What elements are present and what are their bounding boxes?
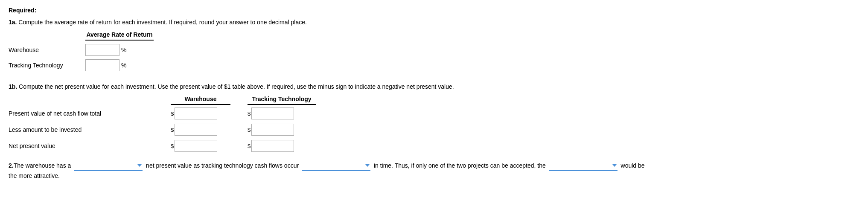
npv-pv-warehouse-cell: $ [171, 108, 230, 119]
npv-net-warehouse-cell: $ [171, 140, 230, 152]
npv-col-tracking-header: Tracking Technology [248, 96, 316, 105]
npv-header-row: Warehouse Tracking Technology [171, 96, 859, 105]
dropdown2-container[interactable]: earlier later evenly [302, 160, 370, 171]
section-2-bold: 2. [9, 160, 14, 171]
npv-pv-label: Present value of net cash flow total [9, 110, 171, 117]
npv-less-tracking-input[interactable] [251, 124, 294, 136]
section-2-text4: would be [621, 160, 645, 171]
tracking-percent: % [121, 62, 126, 69]
section-1a: 1a. Compute the average rate of return f… [9, 18, 859, 75]
dropdown2-select[interactable]: earlier later evenly [302, 160, 370, 171]
tracking-arr-input[interactable] [85, 59, 119, 71]
section-1a-label: 1a. Compute the average rate of return f… [9, 18, 859, 27]
section-2-text1: The warehouse has a [14, 160, 71, 171]
npv-less-tracking-dollar: $ [248, 127, 250, 133]
section-2-line1: 2. The warehouse has a higher lower equa… [9, 160, 859, 171]
npv-row-less: Less amount to be invested $ $ [9, 124, 859, 136]
npv-net-tracking-dollar: $ [248, 143, 250, 149]
npv-pv-tracking-input[interactable] [251, 108, 294, 119]
npv-pv-tracking-cell: $ [248, 108, 316, 119]
section-1b-text: Compute the net present value for each i… [17, 83, 454, 90]
npv-net-label: Net present value [9, 142, 171, 149]
required-label: Required: [9, 7, 859, 14]
section-2-line2: the more attractive. [9, 172, 859, 179]
npv-less-label: Less amount to be invested [9, 126, 171, 133]
warehouse-label: Warehouse [9, 46, 85, 53]
tracking-arr-row: Tracking Technology % [85, 59, 859, 71]
dropdown3-select[interactable]: warehouse tracking technology [549, 160, 618, 171]
warehouse-arr-row: Warehouse % [85, 44, 859, 56]
section-2-text2: net present value as tracking technology… [146, 160, 299, 171]
npv-pv-warehouse-input[interactable] [175, 108, 217, 119]
section-1b-bold: 1b. [9, 83, 17, 90]
section-1b: 1b. Compute the net present value for ea… [9, 82, 859, 152]
tracking-label: Tracking Technology [9, 62, 85, 69]
npv-row-net: Net present value $ $ [9, 140, 859, 152]
warehouse-arr-input[interactable] [85, 44, 119, 56]
npv-less-warehouse-dollar: $ [171, 127, 174, 133]
section-1a-text: Compute the average rate of return for e… [17, 19, 306, 26]
section-2-text3: in time. Thus, if only one of the two pr… [374, 160, 546, 171]
npv-less-tracking-cell: $ [248, 124, 316, 136]
section-2-text5: the more attractive. [9, 172, 60, 179]
section-1b-label: 1b. Compute the net present value for ea… [9, 82, 859, 91]
section-1a-bold: 1a. [9, 19, 17, 26]
npv-less-warehouse-input[interactable] [175, 124, 217, 136]
npv-net-warehouse-dollar: $ [171, 143, 174, 149]
npv-col-warehouse-header: Warehouse [171, 96, 230, 105]
warehouse-percent: % [121, 46, 126, 53]
dropdown3-container[interactable]: warehouse tracking technology [549, 160, 618, 171]
npv-less-warehouse-cell: $ [171, 124, 230, 136]
dropdown1-select[interactable]: higher lower equal [74, 160, 143, 171]
avg-rate-header: Average Rate of Return [85, 31, 154, 41]
npv-row-pv: Present value of net cash flow total $ $ [9, 108, 859, 119]
npv-net-tracking-cell: $ [248, 140, 316, 152]
npv-pv-warehouse-dollar: $ [171, 110, 174, 117]
dropdown1-container[interactable]: higher lower equal [74, 160, 143, 171]
npv-net-tracking-input[interactable] [251, 140, 294, 152]
npv-net-warehouse-input[interactable] [175, 140, 217, 152]
npv-pv-tracking-dollar: $ [248, 110, 250, 117]
section-2: 2. The warehouse has a higher lower equa… [9, 160, 859, 179]
npv-table: Warehouse Tracking Technology Present va… [9, 96, 859, 152]
